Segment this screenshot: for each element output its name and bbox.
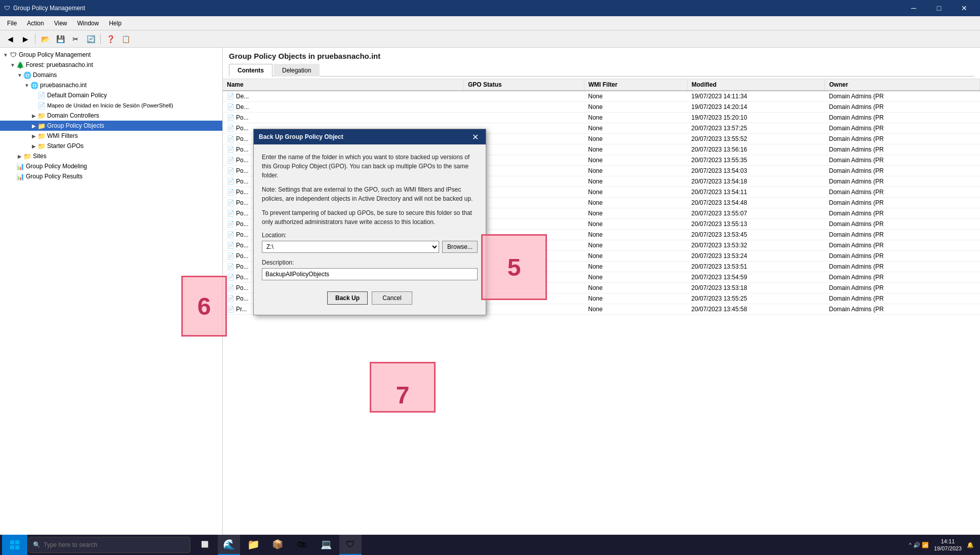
modal-close-button[interactable]: ✕: [469, 131, 481, 142]
delete-button[interactable]: ✂: [68, 32, 83, 46]
taskbar-app-explorer[interactable]: 📁: [242, 535, 264, 555]
domain-icon: 🌐: [30, 81, 38, 89]
menu-view[interactable]: View: [49, 18, 72, 29]
cancel-button[interactable]: Cancel: [372, 291, 412, 305]
expand-icon-starter[interactable]: ▶: [30, 142, 37, 150]
cell-modified: 20/07/2023 13:54:18: [687, 176, 825, 187]
extra-button[interactable]: 📋: [119, 32, 133, 46]
sidebar-item-sites[interactable]: ▶ 📁 Sites: [0, 151, 222, 161]
cell-owner: Domain Admins (PR: [825, 187, 980, 198]
close-button[interactable]: ✕: [953, 0, 976, 16]
root-label: Group Policy Management: [19, 51, 91, 58]
expand-icon-wmi[interactable]: ▶: [30, 132, 37, 139]
tab-contents[interactable]: Contents: [229, 64, 272, 77]
domains-label: Domains: [33, 71, 57, 79]
browse-button[interactable]: 📂: [38, 32, 52, 46]
backup-button[interactable]: Back Up: [327, 291, 368, 305]
sidebar-item-dc[interactable]: ▶ 📁 Domain Controllers: [0, 110, 222, 121]
expand-icon-domain[interactable]: ▼: [23, 82, 30, 89]
domain-label: pruebasnacho.int: [40, 82, 87, 89]
taskbar-app-edge[interactable]: 🌊: [218, 535, 240, 555]
save-button[interactable]: 💾: [53, 32, 67, 46]
sidebar-item-wmi[interactable]: ▶ 📁 WMI Filters: [0, 131, 222, 141]
table-row[interactable]: 📄De... None 19/07/2023 14:20:14 Domain A…: [223, 102, 980, 113]
taskbar-search-box[interactable]: 🔍: [28, 537, 190, 553]
expand-icon-domains[interactable]: ▼: [16, 71, 23, 79]
menu-help[interactable]: Help: [104, 18, 127, 29]
window-controls: ─ □ ✕: [902, 0, 976, 16]
taskbar-app-store[interactable]: 🛍: [291, 535, 313, 555]
col-header-owner[interactable]: Owner: [825, 79, 980, 91]
cell-status: [464, 91, 584, 102]
minimize-button[interactable]: ─: [902, 0, 925, 16]
sidebar-item-mapeo[interactable]: ▶ 📄 Mapeo de Unidad en Inicio de Sesión …: [0, 100, 222, 110]
sidebar-item-root[interactable]: ▼ 🛡 Group Policy Management: [0, 50, 222, 60]
back-button[interactable]: ◀: [3, 32, 17, 46]
expand-spacer-modeling: ▶: [9, 163, 16, 170]
cell-wmi: None: [584, 123, 687, 134]
table-row[interactable]: 📄De... None 19/07/2023 14:11:34 Domain A…: [223, 91, 980, 102]
results-label: Group Policy Results: [26, 173, 83, 180]
cell-modified: 20/07/2023 13:53:51: [687, 262, 825, 272]
taskbar-app-cmd[interactable]: 📦: [266, 535, 289, 555]
cell-wmi: None: [584, 293, 687, 304]
sites-label: Sites: [33, 153, 47, 160]
expand-icon-gpo[interactable]: ▶: [30, 122, 37, 129]
expand-spacer-1: ▶: [30, 92, 37, 99]
start-button[interactable]: [2, 535, 27, 555]
sidebar-item-domain[interactable]: ▼ 🌐 pruebasnacho.int: [0, 80, 222, 90]
expand-icon-forest[interactable]: ▼: [9, 61, 16, 68]
taskbar-app-multitask[interactable]: ⬜: [193, 535, 216, 555]
col-header-modified[interactable]: Modified: [687, 79, 825, 91]
table-row[interactable]: 📄Po... None 19/07/2023 15:20:10 Domain A…: [223, 113, 980, 123]
cell-owner: Domain Admins (PR: [825, 91, 980, 102]
refresh-button[interactable]: 🔄: [84, 32, 98, 46]
taskbar-app-ps[interactable]: 💻: [315, 535, 337, 555]
menu-window[interactable]: Window: [72, 18, 104, 29]
taskbar: 🔍 ⬜ 🌊 📁 📦 🛍 💻 🛡 ^ 🔊 📶 14:11 19/07/2023 🔔: [0, 535, 980, 555]
col-header-name[interactable]: Name: [223, 79, 464, 91]
expand-icon-root[interactable]: ▼: [2, 51, 9, 58]
description-label: Description:: [262, 259, 478, 266]
sidebar-item-forest[interactable]: ▼ 🌲 Forest: pruebasnacho.int: [0, 60, 222, 70]
time-display: 14:11: [934, 538, 962, 545]
modeling-label: Group Policy Modeling: [26, 163, 87, 170]
location-select[interactable]: Z:\: [262, 241, 439, 253]
menu-file[interactable]: File: [2, 18, 22, 29]
cell-owner: Domain Admins (PR: [825, 262, 980, 272]
cell-wmi: None: [584, 176, 687, 187]
sidebar-item-modeling[interactable]: ▶ 📊 Group Policy Modeling: [0, 161, 222, 171]
help-button[interactable]: ❓: [103, 32, 117, 46]
forest-label: Forest: pruebasnacho.int: [26, 61, 93, 68]
cell-wmi: None: [584, 91, 687, 102]
modeling-icon: 📊: [16, 162, 24, 170]
app-icon: 🛡: [4, 5, 10, 12]
cell-owner: Domain Admins (PR: [825, 304, 980, 315]
menu-bar: File Action View Window Help: [0, 16, 980, 30]
browse-button[interactable]: Browse...: [442, 241, 478, 253]
expand-icon-dc[interactable]: ▶: [30, 112, 37, 119]
notification-icon[interactable]: 🔔: [967, 542, 974, 548]
search-input[interactable]: [44, 541, 186, 548]
dc-icon: 📁: [37, 112, 46, 120]
sidebar-item-starter[interactable]: ▶ 📁 Starter GPOs: [0, 141, 222, 151]
col-header-wmi[interactable]: WMI Filter: [584, 79, 687, 91]
sidebar-item-results[interactable]: ▶ 📊 Group Policy Results: [0, 171, 222, 181]
tab-delegation[interactable]: Delegation: [273, 64, 320, 77]
sidebar-item-gpo[interactable]: ▶ 📁 Group Policy Objects: [0, 121, 222, 131]
sidebar-item-domains[interactable]: ▼ 🌐 Domains: [0, 70, 222, 80]
taskbar-tray: ^ 🔊 📶 14:11 19/07/2023 🔔: [905, 538, 978, 552]
forward-button[interactable]: ▶: [18, 32, 32, 46]
cell-wmi: None: [584, 166, 687, 176]
cell-modified: 20/07/2023 13:53:18: [687, 283, 825, 293]
domains-icon: 🌐: [23, 71, 31, 79]
taskbar-app-gpm[interactable]: 🛡: [339, 535, 362, 555]
sidebar-item-default-policy[interactable]: ▶ 📄 Default Domain Policy: [0, 90, 222, 100]
description-input[interactable]: [262, 268, 478, 280]
cell-owner: Domain Admins (PR: [825, 198, 980, 208]
expand-icon-sites[interactable]: ▶: [16, 153, 23, 160]
col-header-status[interactable]: GPO Status: [464, 79, 584, 91]
cell-wmi: None: [584, 102, 687, 113]
maximize-button[interactable]: □: [927, 0, 951, 16]
menu-action[interactable]: Action: [22, 18, 49, 29]
